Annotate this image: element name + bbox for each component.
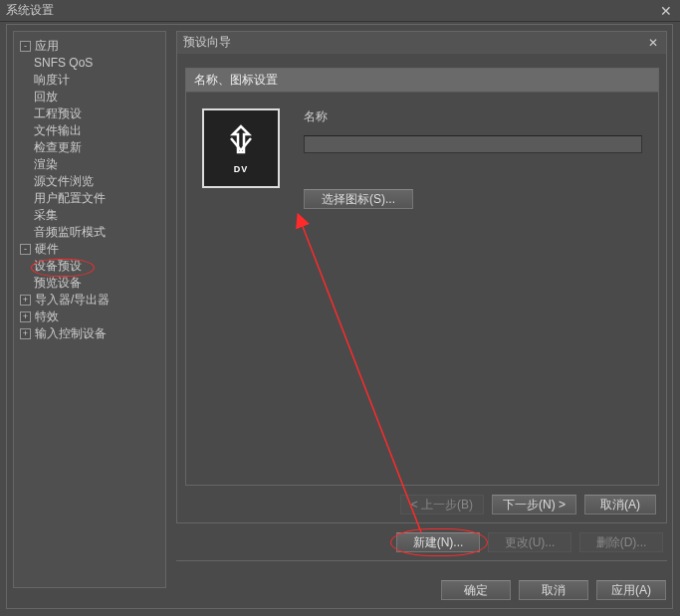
tree-node-hardware[interactable]: -硬件 设备预设 预览设备 <box>20 241 161 292</box>
section-header: 名称、图标设置 <box>186 69 658 93</box>
new-button[interactable]: 新建(N)... <box>396 532 480 552</box>
close-icon[interactable]: ✕ <box>658 3 674 19</box>
tree-node-fx[interactable]: +特效 <box>20 308 161 325</box>
tree-toggle[interactable]: - <box>20 41 31 52</box>
tree-item[interactable]: 文件输出 <box>34 122 161 139</box>
choose-icon-button[interactable]: 选择图标(S)... <box>304 189 413 209</box>
wizard-title-text: 预设向导 <box>183 34 231 51</box>
tree-node-input[interactable]: +输入控制设备 <box>20 325 161 342</box>
preset-actions: 新建(N)... 更改(U)... 删除(D)... <box>176 532 667 552</box>
next-button[interactable]: 下一步(N) > <box>492 495 576 514</box>
tree-item[interactable]: 响度计 <box>34 72 161 89</box>
section-title: 名称、图标设置 <box>194 72 278 89</box>
tree-node-io[interactable]: +导入器/导出器 <box>20 292 161 308</box>
separator <box>176 560 667 561</box>
close-icon[interactable]: ✕ <box>646 36 660 50</box>
wizard-titlebar: 预设向导 ✕ <box>177 32 666 54</box>
tree-item[interactable]: 回放 <box>34 89 161 105</box>
settings-tree: -应用 SNFS QoS 响度计 回放 工程预设 文件输出 检查更新 渲染 源文… <box>13 31 166 588</box>
tree-toggle[interactable]: + <box>20 311 31 322</box>
tree-item[interactable]: 源文件浏览 <box>34 173 161 190</box>
apply-button[interactable]: 应用(A) <box>596 580 666 600</box>
tree-item[interactable]: SNFS QoS <box>34 55 161 72</box>
dialog-outer: -应用 SNFS QoS 响度计 回放 工程预设 文件输出 检查更新 渲染 源文… <box>6 24 673 609</box>
preset-wizard: 预设向导 ✕ 名称、图标设置 DV 名称 选择图标(S) <box>176 31 667 523</box>
icon-caption: DV <box>234 164 249 174</box>
tree-item[interactable]: 音频监听模式 <box>34 224 161 241</box>
tree-item[interactable]: 渲染 <box>34 156 161 173</box>
tree-item[interactable]: 用户配置文件 <box>34 190 161 207</box>
tree-toggle[interactable]: + <box>20 328 31 339</box>
delete-button: 删除(D)... <box>579 532 663 552</box>
window-titlebar: 系统设置 ✕ <box>0 0 680 22</box>
tree-item[interactable]: 检查更新 <box>34 139 161 156</box>
wizard-body: 名称、图标设置 DV 名称 选择图标(S)... <box>185 68 659 486</box>
tree-item[interactable]: 采集 <box>34 207 161 224</box>
tree-item-device-preset[interactable]: 设备预设 <box>34 258 161 275</box>
tree-node-app[interactable]: -应用 SNFS QoS 响度计 回放 工程预设 文件输出 检查更新 渲染 源文… <box>20 38 161 241</box>
icon-preview: DV <box>202 108 280 188</box>
ok-button[interactable]: 确定 <box>441 580 511 600</box>
name-label: 名称 <box>304 108 642 125</box>
change-button: 更改(U)... <box>488 532 571 552</box>
tree-toggle[interactable]: - <box>20 244 31 255</box>
tree-item-preview-device[interactable]: 预览设备 <box>34 275 161 292</box>
wizard-cancel-button[interactable]: 取消(A) <box>584 495 656 514</box>
dv-icon <box>221 122 261 162</box>
tree-item[interactable]: 工程预设 <box>34 105 161 122</box>
dialog-footer: 确定 取消 应用(A) <box>176 580 666 600</box>
name-input[interactable] <box>304 135 642 153</box>
prev-button: < 上一步(B) <box>400 495 484 514</box>
cancel-button[interactable]: 取消 <box>519 580 588 600</box>
window-title: 系统设置 <box>6 2 54 19</box>
tree-toggle[interactable]: + <box>20 295 31 306</box>
